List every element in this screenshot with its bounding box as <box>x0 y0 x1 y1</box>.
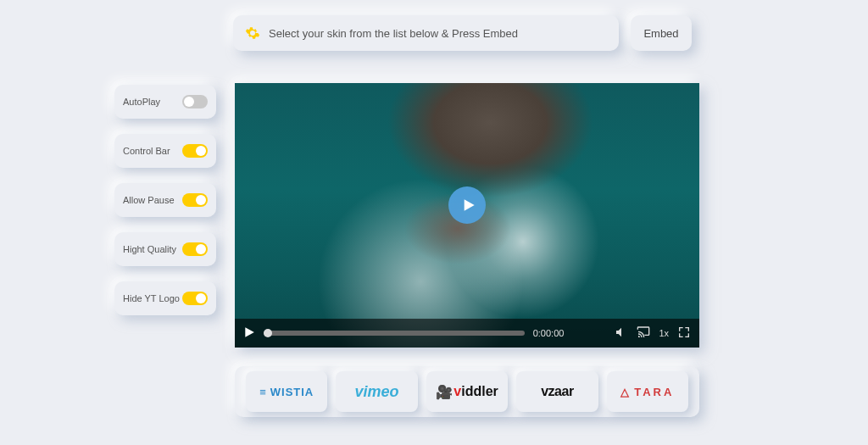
time-display: 0:00:00 <box>533 328 565 338</box>
instruction-panel: Select your skin from the list below & P… <box>233 15 619 51</box>
play-icon <box>462 198 476 212</box>
switch-icon[interactable] <box>182 292 208 305</box>
provider-vzaar[interactable]: vzaar <box>516 371 598 412</box>
video-control-bar: 0:00:00 1x <box>235 319 699 348</box>
gear-icon <box>245 25 260 41</box>
provider-label: WISTIA <box>270 386 314 398</box>
toggle-autoplay[interactable]: AutoPlay <box>114 85 216 119</box>
switch-icon[interactable] <box>182 95 208 108</box>
toggle-label: Control Bar <box>123 146 170 156</box>
provider-viddler[interactable]: 🎥viddler <box>426 371 508 412</box>
embed-button[interactable]: Embed <box>631 15 692 51</box>
switch-icon[interactable] <box>182 242 208 256</box>
toggle-label: Hight Quality <box>123 244 176 254</box>
toggle-hide-yt-logo[interactable]: Hide YT Logo <box>114 281 216 315</box>
switch-icon[interactable] <box>182 193 208 207</box>
toggle-allow-pause[interactable]: Allow Pause <box>114 183 216 217</box>
provider-label: iddler <box>461 384 498 399</box>
wistia-icon: ≡ <box>259 386 267 398</box>
volume-button[interactable] <box>615 325 628 341</box>
controlbar-play-button[interactable] <box>243 326 255 340</box>
toggle-label: Hide YT Logo <box>123 293 180 303</box>
provider-row: ≡WISTIA vimeo 🎥viddler vzaar △TARA <box>235 366 699 417</box>
provider-vimeo[interactable]: vimeo <box>336 371 417 412</box>
triangle-icon: △ <box>620 386 632 398</box>
playback-speed[interactable]: 1x <box>659 328 669 338</box>
toggle-high-quality[interactable]: Hight Quality <box>114 232 216 266</box>
provider-label: vimeo <box>355 383 399 401</box>
video-preview: 0:00:00 1x <box>235 83 699 348</box>
provider-label: vzaar <box>541 384 573 399</box>
provider-tara[interactable]: △TARA <box>607 371 688 412</box>
fullscreen-button[interactable] <box>677 325 691 341</box>
camera-icon: 🎥 <box>436 384 453 400</box>
play-overlay-button[interactable] <box>448 186 486 224</box>
toggle-control-bar[interactable]: Control Bar <box>114 134 216 168</box>
options-sidebar: AutoPlay Control Bar Allow Pause Hight Q… <box>114 85 216 315</box>
seek-knob[interactable] <box>264 329 272 337</box>
toggle-label: Allow Pause <box>123 195 175 205</box>
seek-bar[interactable] <box>264 331 525 336</box>
cast-button[interactable] <box>637 325 650 341</box>
provider-label: TARA <box>634 386 674 398</box>
toggle-label: AutoPlay <box>123 97 160 107</box>
switch-icon[interactable] <box>182 144 208 158</box>
instruction-text: Select your skin from the list below & P… <box>269 27 518 40</box>
provider-wistia[interactable]: ≡WISTIA <box>246 371 327 412</box>
